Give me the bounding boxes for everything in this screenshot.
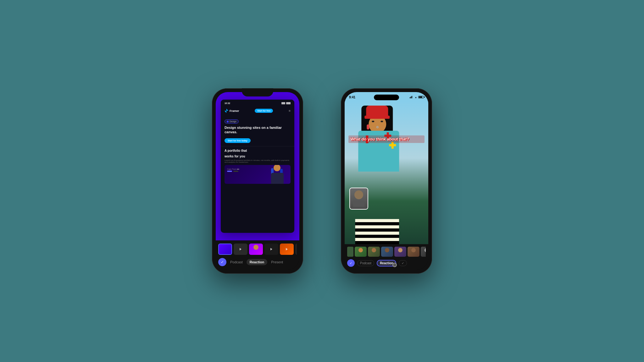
portfolio-text-overlay: Cape Town ■■ bbox=[227, 168, 239, 172]
nav-dot-active bbox=[227, 171, 232, 172]
framer-portfolio-image: Cape Town ■■ bbox=[225, 165, 291, 184]
thumb-person-3 bbox=[253, 245, 258, 250]
framer-hero-title: Design stunning sites on a familiar canv… bbox=[225, 125, 291, 134]
stripe-6 bbox=[355, 235, 399, 238]
check-icon: ✓ bbox=[221, 260, 224, 264]
right-phone-inner: 9:41 ▲ bbox=[345, 92, 428, 270]
right-thumbnail-1[interactable] bbox=[355, 247, 367, 257]
person-face-4 bbox=[398, 248, 402, 252]
right-thumbnail-5[interactable] bbox=[408, 247, 419, 257]
dynamic-island bbox=[374, 95, 399, 100]
portfolio-nav-dots bbox=[227, 171, 239, 172]
person-face-3 bbox=[385, 248, 389, 252]
battery-tip bbox=[424, 96, 425, 98]
framer-portfolio-section: A portfolio that works for you Launch an… bbox=[221, 146, 294, 186]
framer-hero-button[interactable]: Start for free today bbox=[225, 138, 251, 143]
play-icon-5 bbox=[286, 248, 288, 250]
podcast-mode-button[interactable]: Podcast bbox=[230, 260, 243, 264]
right-reaction-button[interactable]: Reaction bbox=[377, 260, 396, 266]
right-check-mode-button[interactable]: ✓ bbox=[399, 260, 407, 266]
framer-hero: Design Design stunning sites on a famili… bbox=[221, 115, 294, 146]
signal-bar-1 bbox=[410, 97, 410, 98]
left-bottom-bar: ✓ Podcast Reaction Present bbox=[216, 240, 299, 270]
question-text: What do you think about that? bbox=[348, 135, 425, 143]
stripe-8 bbox=[355, 241, 399, 244]
play-icon-4 bbox=[270, 248, 272, 250]
thumbnail-6[interactable] bbox=[295, 244, 297, 255]
woman-hat bbox=[366, 106, 388, 118]
present-mode-button[interactable]: Present bbox=[271, 260, 283, 264]
pip-overlay bbox=[349, 188, 368, 210]
thumbnail-4[interactable] bbox=[264, 244, 278, 255]
framer-logo-icon bbox=[225, 109, 228, 113]
pip-body bbox=[353, 200, 364, 207]
framer-time: 10:32 bbox=[225, 102, 230, 104]
battery-indicator bbox=[418, 96, 424, 98]
signal-bar-3 bbox=[412, 96, 412, 98]
hat-brim bbox=[364, 116, 390, 119]
stripe-5 bbox=[355, 232, 399, 235]
thumbnail-1[interactable] bbox=[218, 244, 232, 255]
right-thumbnail-4[interactable] bbox=[394, 247, 406, 257]
right-thumbnails bbox=[347, 247, 426, 257]
cursor-indicator bbox=[392, 263, 397, 267]
framer-cta-button[interactable]: Start for free bbox=[255, 109, 273, 113]
cape-town-text: Cape Town ■■ bbox=[227, 168, 239, 170]
nav-dot bbox=[233, 171, 238, 172]
left-phone: 10:32 Framer Start for free ≡ bbox=[212, 88, 303, 274]
left-mode-bar: ✓ Podcast Reaction Present bbox=[218, 258, 297, 266]
right-thumbnail-3[interactable] bbox=[381, 247, 393, 257]
left-thumbnails bbox=[218, 244, 297, 255]
right-podcast-button[interactable]: Podcast bbox=[357, 260, 374, 266]
person-face-2 bbox=[372, 248, 376, 252]
person-face-6 bbox=[425, 248, 426, 252]
notch-left bbox=[242, 88, 273, 96]
stripe-1 bbox=[355, 219, 399, 222]
framer-header: Framer Start for free ≡ bbox=[221, 107, 294, 115]
woman-figure bbox=[349, 101, 428, 244]
left-main-content: 10:32 Framer Start for free ≡ bbox=[216, 92, 299, 240]
play-icon-2 bbox=[240, 248, 242, 250]
eye-left bbox=[372, 121, 374, 122]
woman-skirt bbox=[355, 219, 399, 244]
signal-bars bbox=[410, 96, 414, 98]
signal-icon bbox=[281, 102, 285, 104]
left-phone-inner: 10:32 Framer Start for free ≡ bbox=[216, 92, 299, 270]
framer-mockup: 10:32 Framer Start for free ≡ bbox=[221, 100, 294, 233]
right-thumbnail-6[interactable] bbox=[421, 247, 426, 257]
wifi-icon: ▲ bbox=[415, 96, 417, 98]
framer-logo-text: Framer bbox=[230, 109, 239, 112]
right-check-button[interactable]: ✓ bbox=[347, 259, 355, 267]
thumbnail-partial[interactable] bbox=[347, 247, 353, 257]
framer-portfolio-title: A portfolio that bbox=[225, 149, 247, 152]
question-overlay: What do you think about that? bbox=[348, 135, 425, 143]
right-check-icon: ✓ bbox=[350, 261, 352, 265]
reaction-mode-button[interactable]: Reaction bbox=[247, 259, 267, 265]
signal-bar-2 bbox=[411, 96, 411, 98]
right-phone: 9:41 ▲ bbox=[341, 88, 432, 274]
badge-text: Design bbox=[230, 120, 236, 123]
framer-status-icons bbox=[281, 102, 291, 104]
stripe-3 bbox=[355, 225, 399, 228]
thumbnail-5[interactable] bbox=[280, 244, 294, 255]
badge-dot bbox=[227, 121, 229, 123]
framer-menu-icon: ≡ bbox=[289, 109, 291, 112]
framer-portfolio-desc: Launch an AI-powered portfolio in minute… bbox=[225, 159, 291, 163]
portfolio-person bbox=[269, 165, 286, 184]
framer-portfolio-subtitle: works for you bbox=[225, 155, 291, 158]
right-bottom-bar: ✓ Podcast Reaction ✓ bbox=[345, 244, 428, 270]
battery-fill bbox=[419, 96, 422, 98]
check-button[interactable]: ✓ bbox=[218, 258, 226, 266]
person-face-5 bbox=[411, 248, 416, 252]
right-status-icons: ▲ bbox=[410, 96, 424, 98]
right-thumbnail-2[interactable] bbox=[368, 247, 380, 257]
pip-content bbox=[350, 188, 368, 209]
stripe-7 bbox=[355, 238, 399, 241]
person-face-1 bbox=[358, 248, 363, 252]
person-head bbox=[274, 165, 280, 171]
thumbnail-2[interactable] bbox=[234, 244, 247, 255]
stripe-4 bbox=[355, 228, 399, 232]
thumbnail-3[interactable] bbox=[249, 244, 263, 255]
person-body bbox=[271, 173, 284, 184]
reaction-label: Reaction bbox=[380, 261, 393, 265]
